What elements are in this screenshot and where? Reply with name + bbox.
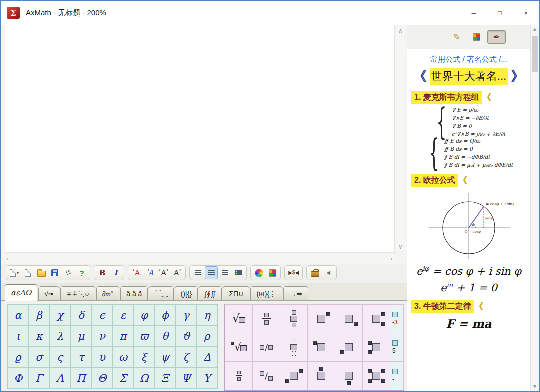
tab-accents[interactable]: â ä ã <box>120 286 148 300</box>
greek-symbol-ν[interactable]: ν <box>92 326 112 346</box>
template-stack[interactable] <box>280 334 308 362</box>
save-button[interactable] <box>48 266 62 280</box>
section-header-newton[interactable]: 3. 牛顿第二定律 《 <box>412 300 530 313</box>
greek-symbol-ϵ[interactable]: ϵ <box>92 305 112 326</box>
template-partial-1[interactable]: 5 <box>390 334 404 362</box>
maximize-button[interactable]: □ <box>487 1 513 25</box>
greek-symbol-Φ[interactable]: Φ <box>8 368 28 388</box>
tab-greek[interactable]: αεΔΩ <box>5 284 38 301</box>
newton-formula-card[interactable]: F = ma <box>408 315 530 330</box>
font-accent-both-button[interactable]: ʹAʹ <box>157 266 170 280</box>
template-slanted-fraction[interactable]: ∕ <box>253 362 280 390</box>
greek-symbol-λ[interactable]: λ <box>50 326 70 346</box>
template-small-fraction[interactable] <box>226 362 252 390</box>
template-sqrt[interactable]: √ <box>226 305 252 333</box>
align-left-button[interactable] <box>192 266 204 280</box>
close-button[interactable]: × <box>513 1 539 25</box>
tab-misc-symbols[interactable]: ∂∞° <box>96 286 120 300</box>
template-fraction[interactable] <box>253 305 280 333</box>
greek-symbol-Ω[interactable]: Ω <box>134 368 154 388</box>
font-accent-right-button[interactable]: Aʹ <box>171 266 184 280</box>
greek-symbol-β[interactable]: β <box>29 305 50 326</box>
panel-scroll-down-icon[interactable]: ▼ <box>532 384 538 390</box>
greek-symbol-ζ[interactable]: ζ <box>176 347 196 368</box>
next-category-button[interactable]: 》 <box>511 70 524 84</box>
collapse-button[interactable]: ◀ <box>322 266 335 280</box>
minimize-button[interactable]: ─ <box>461 1 487 25</box>
template-all-scripts[interactable] <box>363 362 390 390</box>
greek-symbol-ϕ[interactable]: ϕ <box>155 305 176 326</box>
breadcrumb[interactable]: 常用公式 / 著名公式 /... <box>408 55 530 64</box>
greek-symbol-δ[interactable]: δ <box>71 305 92 326</box>
template-overscript[interactable] <box>308 362 335 390</box>
align-center-button[interactable] <box>205 266 218 280</box>
new-document-button[interactable] <box>22 266 34 280</box>
greek-symbol-Γ[interactable]: Γ <box>29 368 50 388</box>
scroll-right-icon[interactable]: › <box>390 256 392 262</box>
template-partial-2[interactable]: - <box>390 362 404 390</box>
euler-formula-card[interactable]: = cosφ + i·sinφ φ sinφ cosφ O eiφ = cos … <box>408 189 530 294</box>
tab-matrices[interactable]: (⊞){⋮ <box>250 286 282 300</box>
greek-symbol-ρ[interactable]: ρ <box>197 326 218 346</box>
greek-symbol-γ[interactable]: γ <box>176 305 196 326</box>
tab-arrows[interactable]: →⇒ <box>284 286 308 300</box>
template-nth-root[interactable]: √ <box>226 334 252 362</box>
template-superscript[interactable] <box>308 305 335 333</box>
document-canvas[interactable] <box>5 25 395 253</box>
greek-symbol-ω[interactable]: ω <box>113 347 134 368</box>
color-wheel-button[interactable] <box>252 266 266 280</box>
scroll-left-icon[interactable]: ‹ <box>6 256 8 262</box>
template-pre-scripts[interactable] <box>363 334 390 362</box>
template-mixed-scripts[interactable] <box>280 362 308 390</box>
greek-symbol-υ[interactable]: υ <box>92 347 112 368</box>
greek-symbol-Λ[interactable]: Λ <box>50 368 70 388</box>
greek-symbol-φ[interactable]: φ <box>134 305 154 326</box>
prev-category-button[interactable]: 《 <box>414 70 427 84</box>
greek-symbol-ς[interactable]: ς <box>50 347 70 368</box>
greek-symbol-μ[interactable]: μ <box>71 326 92 346</box>
tab-decorations[interactable]: ⌒‿ <box>149 286 174 300</box>
greek-symbol-χ[interactable]: χ <box>50 305 70 326</box>
greek-symbol-Δ[interactable]: Δ <box>197 347 218 368</box>
greek-symbol-ξ[interactable]: ξ <box>134 347 154 368</box>
tab-big-operators[interactable]: ΣΠ∪ <box>223 286 250 300</box>
maxwell-equations-formula[interactable]: { ∇·E = ρ/ε₀∇×E = −∂B/∂t∇·B = 0c²∇×B = j… <box>408 106 530 168</box>
new-from-template-button[interactable]: ▾ <box>8 266 21 280</box>
greek-symbol-Υ[interactable]: Υ <box>197 368 218 388</box>
template-partial-0[interactable]: -3 <box>390 305 404 333</box>
font-style-red-button[interactable]: ʹA <box>130 266 143 280</box>
settings-button[interactable] <box>62 266 75 280</box>
help-button[interactable]: ? <box>76 266 88 280</box>
greek-symbol-τ[interactable]: τ <box>71 347 92 368</box>
greek-symbol-η[interactable]: η <box>197 305 218 326</box>
font-style-blue-button[interactable]: ʹA <box>144 266 156 280</box>
template-sub-superscript[interactable] <box>363 305 390 333</box>
formula-library-button[interactable]: ✒ <box>488 30 506 44</box>
template-subscript[interactable] <box>336 305 362 333</box>
tab-operators[interactable]: ∓∔⋱○ <box>60 286 96 300</box>
greek-symbol-Ξ[interactable]: Ξ <box>155 368 176 388</box>
section-header-maxwell[interactable]: 1. 麦克斯韦方程组 《 <box>412 92 530 104</box>
canvas-horizontal-scrollbar[interactable]: ‹ › <box>5 254 394 263</box>
tab-fractions-roots[interactable]: √▫▪ <box>38 286 60 300</box>
panel-scroll-thumb[interactable] <box>532 36 538 72</box>
section-header-euler[interactable]: 2. 欧拉公式 《 <box>412 174 530 187</box>
greek-symbol-ψ[interactable]: ψ <box>155 347 176 368</box>
align-right-button[interactable] <box>218 266 232 280</box>
canvas-vertical-scrollbar[interactable]: ∧ ∨ <box>396 27 405 251</box>
greek-symbol-ε[interactable]: ε <box>113 305 134 326</box>
greek-symbol-σ[interactable]: σ <box>29 347 50 368</box>
greek-symbol-κ[interactable]: κ <box>29 326 50 346</box>
bold-button[interactable]: B <box>96 266 109 280</box>
greek-symbol-Σ[interactable]: Σ <box>113 368 134 388</box>
panel-scroll-up-icon[interactable]: ▲ <box>532 26 538 32</box>
greek-symbol-α[interactable]: α <box>8 305 28 326</box>
template-underscript[interactable] <box>336 362 362 390</box>
scroll-down-icon[interactable]: ∨ <box>398 244 403 250</box>
greek-symbol-ϖ[interactable]: ϖ <box>134 326 154 346</box>
greek-symbol-ι[interactable]: ι <box>8 326 28 346</box>
toolbox-button[interactable] <box>308 266 322 280</box>
color-grid-button[interactable] <box>468 30 486 44</box>
italic-button[interactable]: I <box>110 266 122 280</box>
panel-scrollbar[interactable]: ▲ ▼ <box>530 25 539 391</box>
